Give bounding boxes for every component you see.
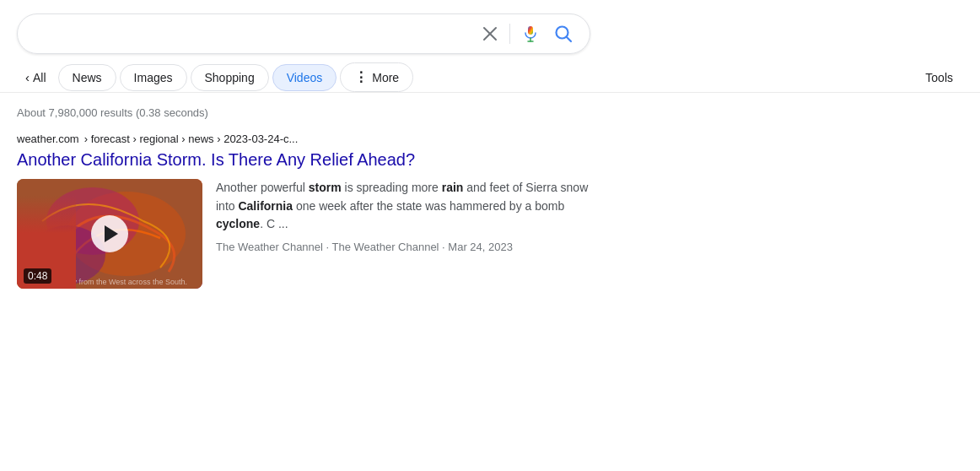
result-item: weather.com › forecast › regional › news…: [0, 126, 624, 295]
bold-cyclone: cyclone: [216, 217, 260, 230]
play-button[interactable]: [91, 215, 128, 252]
tab-videos[interactable]: Videos: [272, 64, 337, 91]
all-tab-label: All: [33, 71, 46, 84]
result-body: the way from the West across the South. …: [17, 179, 607, 289]
back-button[interactable]: ‹ All: [17, 63, 55, 91]
voice-search-button[interactable]: [519, 22, 542, 46]
result-breadcrumb: › forecast › regional › news › 2023-03-2…: [84, 133, 299, 145]
search-button[interactable]: [551, 21, 576, 46]
search-input[interactable]: california storm ahead: [31, 26, 471, 41]
bold-rain: rain: [442, 181, 464, 194]
tab-shopping[interactable]: Shopping: [191, 64, 269, 91]
close-icon: [482, 26, 498, 41]
svg-rect-2: [528, 26, 533, 35]
clear-button[interactable]: [479, 23, 501, 45]
back-arrow-icon: ‹: [25, 70, 30, 84]
search-icon: [554, 24, 573, 43]
video-thumbnail[interactable]: the way from the West across the South. …: [17, 179, 202, 289]
divider: [509, 24, 510, 44]
snippet-text: Another powerful storm is spreading more…: [216, 179, 607, 234]
more-dots-icon: ⋮: [354, 69, 369, 85]
nav-tabs: ‹ All News Images Shopping Videos ⋮ More…: [0, 54, 980, 93]
result-domain: weather.com: [17, 133, 79, 145]
tab-news[interactable]: News: [58, 64, 116, 91]
result-source: weather.com › forecast › regional › news…: [17, 133, 607, 145]
results-info: About 7,980,000 results (0.38 seconds): [0, 93, 980, 126]
svg-line-6: [567, 37, 572, 42]
search-bar: california storm ahead: [17, 14, 590, 54]
microphone-icon: [522, 25, 539, 42]
result-title[interactable]: Another California Storm. Is There Any R…: [17, 149, 607, 171]
video-duration: 0:48: [24, 268, 51, 284]
play-triangle-icon: [105, 225, 118, 242]
bold-storm: storm: [309, 181, 342, 194]
search-icons: [479, 21, 576, 46]
result-snippet: Another powerful storm is spreading more…: [216, 179, 607, 253]
snippet-meta: The Weather Channel · The Weather Channe…: [216, 241, 607, 253]
tab-images[interactable]: Images: [120, 64, 187, 91]
bold-california: California: [238, 199, 293, 213]
header: california storm ahead: [0, 0, 980, 54]
tab-more[interactable]: ⋮ More: [340, 62, 413, 92]
tools-button[interactable]: Tools: [915, 65, 963, 90]
